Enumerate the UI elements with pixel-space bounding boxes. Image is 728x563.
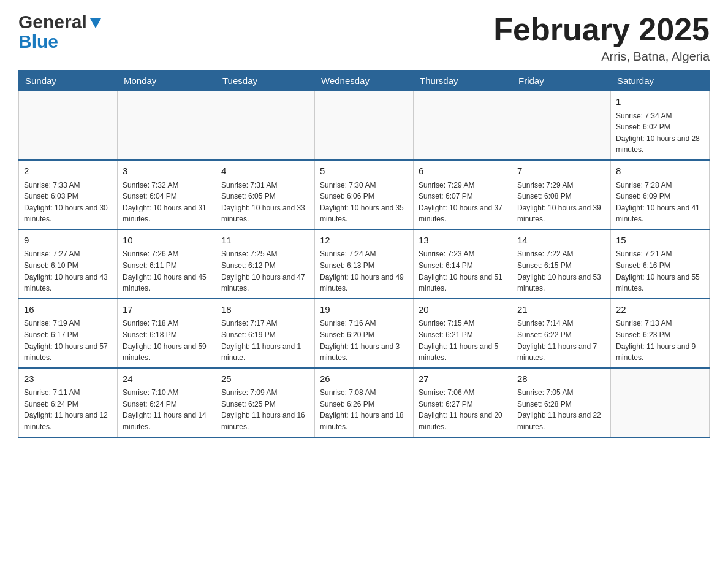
- day-number: 12: [320, 234, 408, 248]
- calendar-day-cell: 3Sunrise: 7:32 AMSunset: 6:04 PMDaylight…: [118, 160, 216, 229]
- day-info: Sunrise: 7:05 AMSunset: 6:28 PMDaylight:…: [517, 387, 605, 432]
- day-number: 16: [24, 303, 112, 317]
- day-info: Sunrise: 7:16 AMSunset: 6:20 PMDaylight:…: [320, 318, 408, 363]
- calendar-day-cell: 28Sunrise: 7:05 AMSunset: 6:28 PMDayligh…: [512, 368, 611, 437]
- calendar-day-cell: 5Sunrise: 7:30 AMSunset: 6:06 PMDaylight…: [315, 160, 414, 229]
- calendar-day-cell: 15Sunrise: 7:21 AMSunset: 6:16 PMDayligh…: [611, 229, 710, 299]
- logo-blue-text: Blue: [18, 31, 58, 52]
- calendar-day-cell: [19, 91, 118, 160]
- day-info: Sunrise: 7:18 AMSunset: 6:18 PMDaylight:…: [123, 318, 211, 363]
- day-info: Sunrise: 7:11 AMSunset: 6:24 PMDaylight:…: [24, 387, 112, 432]
- day-number: 10: [123, 234, 211, 248]
- day-of-week-header: Friday: [512, 71, 611, 91]
- calendar-day-cell: 21Sunrise: 7:14 AMSunset: 6:22 PMDayligh…: [512, 299, 611, 368]
- calendar-week-row: 9Sunrise: 7:27 AMSunset: 6:10 PMDaylight…: [19, 229, 710, 299]
- day-info: Sunrise: 7:34 AMSunset: 6:02 PMDaylight:…: [616, 110, 704, 156]
- day-number: 18: [221, 303, 309, 317]
- calendar-day-cell: 16Sunrise: 7:19 AMSunset: 6:17 PMDayligh…: [19, 299, 118, 368]
- page-header: General Blue February 2025 Arris, Batna,…: [18, 12, 710, 64]
- calendar-day-cell: 20Sunrise: 7:15 AMSunset: 6:21 PMDayligh…: [414, 299, 512, 368]
- day-number: 22: [616, 303, 704, 317]
- calendar-subtitle: Arris, Batna, Algeria: [493, 50, 710, 64]
- calendar-day-cell: 19Sunrise: 7:16 AMSunset: 6:20 PMDayligh…: [315, 299, 414, 368]
- day-info: Sunrise: 7:33 AMSunset: 6:03 PMDaylight:…: [24, 180, 112, 225]
- calendar-day-cell: 12Sunrise: 7:24 AMSunset: 6:13 PMDayligh…: [315, 229, 414, 299]
- day-info: Sunrise: 7:29 AMSunset: 6:08 PMDaylight:…: [517, 180, 605, 225]
- calendar-header-row: SundayMondayTuesdayWednesdayThursdayFrid…: [19, 71, 710, 91]
- calendar-day-cell: 26Sunrise: 7:08 AMSunset: 6:26 PMDayligh…: [315, 368, 414, 437]
- calendar-day-cell: 27Sunrise: 7:06 AMSunset: 6:27 PMDayligh…: [414, 368, 512, 437]
- day-number: 25: [221, 372, 309, 386]
- day-number: 7: [517, 164, 605, 178]
- day-info: Sunrise: 7:26 AMSunset: 6:11 PMDaylight:…: [123, 248, 211, 294]
- calendar-day-cell: 18Sunrise: 7:17 AMSunset: 6:19 PMDayligh…: [216, 299, 315, 368]
- calendar-title: February 2025: [493, 12, 710, 47]
- calendar-day-cell: 22Sunrise: 7:13 AMSunset: 6:23 PMDayligh…: [611, 299, 710, 368]
- day-number: 6: [419, 164, 507, 178]
- day-number: 3: [123, 164, 211, 178]
- day-info: Sunrise: 7:23 AMSunset: 6:14 PMDaylight:…: [419, 248, 507, 294]
- day-info: Sunrise: 7:21 AMSunset: 6:16 PMDaylight:…: [616, 248, 704, 294]
- day-info: Sunrise: 7:17 AMSunset: 6:19 PMDaylight:…: [221, 318, 309, 363]
- calendar-day-cell: 13Sunrise: 7:23 AMSunset: 6:14 PMDayligh…: [414, 229, 512, 299]
- day-number: 19: [320, 303, 408, 317]
- day-info: Sunrise: 7:22 AMSunset: 6:15 PMDaylight:…: [517, 248, 605, 294]
- day-info: Sunrise: 7:30 AMSunset: 6:06 PMDaylight:…: [320, 180, 408, 225]
- calendar-day-cell: [414, 91, 512, 160]
- day-number: 21: [517, 303, 605, 317]
- day-info: Sunrise: 7:06 AMSunset: 6:27 PMDaylight:…: [419, 387, 507, 432]
- title-block: February 2025 Arris, Batna, Algeria: [493, 12, 710, 64]
- day-number: 17: [123, 303, 211, 317]
- day-info: Sunrise: 7:29 AMSunset: 6:07 PMDaylight:…: [419, 180, 507, 225]
- day-number: 15: [616, 234, 704, 248]
- day-info: Sunrise: 7:25 AMSunset: 6:12 PMDaylight:…: [221, 248, 309, 294]
- day-info: Sunrise: 7:24 AMSunset: 6:13 PMDaylight:…: [320, 248, 408, 294]
- day-info: Sunrise: 7:32 AMSunset: 6:04 PMDaylight:…: [123, 180, 211, 225]
- day-info: Sunrise: 7:10 AMSunset: 6:24 PMDaylight:…: [123, 387, 211, 432]
- calendar-day-cell: [512, 91, 611, 160]
- day-number: 2: [24, 164, 112, 178]
- calendar-week-row: 1Sunrise: 7:34 AMSunset: 6:02 PMDaylight…: [19, 91, 710, 160]
- day-info: Sunrise: 7:28 AMSunset: 6:09 PMDaylight:…: [616, 180, 704, 225]
- calendar-day-cell: 9Sunrise: 7:27 AMSunset: 6:10 PMDaylight…: [19, 229, 118, 299]
- calendar-day-cell: 10Sunrise: 7:26 AMSunset: 6:11 PMDayligh…: [118, 229, 216, 299]
- day-info: Sunrise: 7:15 AMSunset: 6:21 PMDaylight:…: [419, 318, 507, 363]
- calendar-day-cell: 1Sunrise: 7:34 AMSunset: 6:02 PMDaylight…: [611, 91, 710, 160]
- day-number: 14: [517, 234, 605, 248]
- calendar-day-cell: [216, 91, 315, 160]
- calendar-week-row: 23Sunrise: 7:11 AMSunset: 6:24 PMDayligh…: [19, 368, 710, 437]
- day-of-week-header: Tuesday: [216, 71, 315, 91]
- day-number: 24: [123, 372, 211, 386]
- calendar-day-cell: 17Sunrise: 7:18 AMSunset: 6:18 PMDayligh…: [118, 299, 216, 368]
- day-number: 8: [616, 164, 704, 178]
- calendar-week-row: 16Sunrise: 7:19 AMSunset: 6:17 PMDayligh…: [19, 299, 710, 368]
- calendar-day-cell: [611, 368, 710, 437]
- calendar-week-row: 2Sunrise: 7:33 AMSunset: 6:03 PMDaylight…: [19, 160, 710, 229]
- day-of-week-header: Wednesday: [315, 71, 414, 91]
- calendar-table: SundayMondayTuesdayWednesdayThursdayFrid…: [18, 70, 710, 437]
- day-of-week-header: Monday: [118, 71, 216, 91]
- day-info: Sunrise: 7:09 AMSunset: 6:25 PMDaylight:…: [221, 387, 309, 432]
- calendar-day-cell: 6Sunrise: 7:29 AMSunset: 6:07 PMDaylight…: [414, 160, 512, 229]
- day-number: 4: [221, 164, 309, 178]
- day-of-week-header: Saturday: [611, 71, 710, 91]
- calendar-day-cell: [315, 91, 414, 160]
- day-number: 1: [616, 95, 704, 109]
- calendar-day-cell: 24Sunrise: 7:10 AMSunset: 6:24 PMDayligh…: [118, 368, 216, 437]
- calendar-day-cell: 25Sunrise: 7:09 AMSunset: 6:25 PMDayligh…: [216, 368, 315, 437]
- calendar-day-cell: [118, 91, 216, 160]
- logo: General Blue: [18, 12, 102, 51]
- calendar-day-cell: 23Sunrise: 7:11 AMSunset: 6:24 PMDayligh…: [19, 368, 118, 437]
- calendar-day-cell: 8Sunrise: 7:28 AMSunset: 6:09 PMDaylight…: [611, 160, 710, 229]
- calendar-day-cell: 4Sunrise: 7:31 AMSunset: 6:05 PMDaylight…: [216, 160, 315, 229]
- day-info: Sunrise: 7:27 AMSunset: 6:10 PMDaylight:…: [24, 248, 112, 294]
- day-of-week-header: Sunday: [19, 71, 118, 91]
- day-number: 9: [24, 234, 112, 248]
- day-info: Sunrise: 7:13 AMSunset: 6:23 PMDaylight:…: [616, 318, 704, 363]
- day-number: 13: [419, 234, 507, 248]
- logo-general-text: General: [18, 12, 87, 32]
- calendar-day-cell: 7Sunrise: 7:29 AMSunset: 6:08 PMDaylight…: [512, 160, 611, 229]
- day-number: 27: [419, 372, 507, 386]
- logo-triangle-icon: [89, 16, 102, 29]
- day-of-week-header: Thursday: [414, 71, 512, 91]
